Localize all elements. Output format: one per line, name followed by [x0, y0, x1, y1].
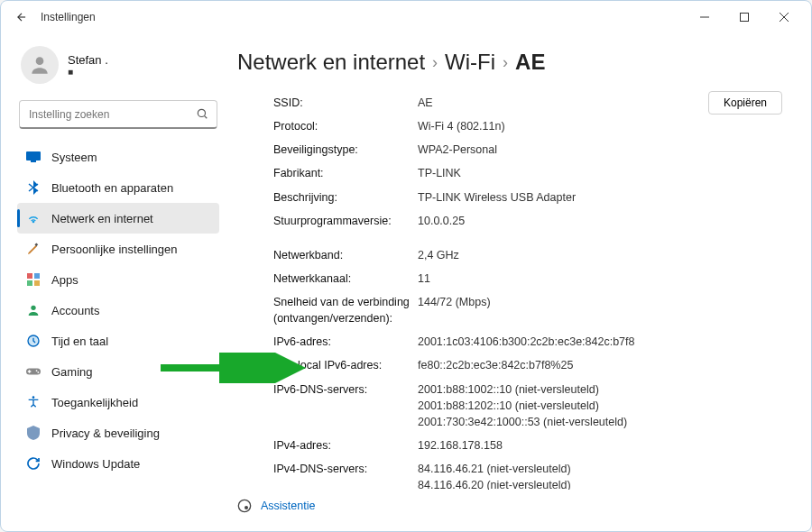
sidebar: Stefan . ■ SysteemBluetooth en apparaten…: [1, 33, 228, 531]
detail-value: AE: [418, 95, 433, 111]
sidebar-item-label: Apps: [51, 273, 78, 287]
detail-label: Netwerkband:: [273, 247, 418, 263]
detail-label: Beschrijving:: [273, 189, 418, 206]
detail-label: Netwerkkanaal:: [273, 271, 418, 287]
sidebar-item-windows-update[interactable]: Windows Update: [17, 448, 219, 479]
maximize-icon: [740, 13, 749, 22]
sidebar-item-label: Accounts: [51, 304, 99, 317]
detail-label: Protocol:: [273, 118, 418, 134]
crumb-network[interactable]: Netwerk en internet: [237, 50, 425, 75]
back-button[interactable]: [8, 4, 35, 31]
body: Stefan . ■ SysteemBluetooth en apparaten…: [1, 33, 811, 531]
time-icon: [26, 334, 41, 348]
svg-point-14: [31, 306, 35, 310]
sidebar-item-privacy-beveiliging[interactable]: Privacy & beveiliging: [17, 417, 219, 448]
svg-rect-13: [34, 280, 40, 286]
detail-label: Link-local IPv6-adres:: [273, 357, 418, 373]
search-icon: [196, 107, 208, 124]
window-controls: [685, 4, 804, 31]
minimize-button[interactable]: [685, 4, 724, 31]
sidebar-item-label: Toegankelijkheid: [51, 396, 138, 409]
svg-rect-10: [27, 273, 32, 279]
sidebar-item-bluetooth-en-apparaten[interactable]: Bluetooth en apparaten: [17, 172, 219, 203]
detail-value: 84.116.46.21 (niet-versleuteld)84.116.46…: [418, 461, 571, 490]
bluetooth-icon: [26, 180, 41, 195]
window-title: Instellingen: [41, 11, 96, 23]
sidebar-item-persoonlijke-instellingen[interactable]: Persoonlijke instellingen: [17, 234, 219, 264]
detail-label: Beveiligingstype:: [273, 142, 418, 158]
svg-point-18: [37, 371, 39, 373]
copy-button[interactable]: Kopiëren: [708, 91, 782, 115]
titlebar: Instellingen: [1, 1, 811, 33]
detail-row: IPv4-adres:192.168.178.158: [273, 434, 759, 457]
detail-label: IPv6-DNS-servers:: [273, 381, 418, 430]
main-content: Netwerk en internet › Wi-Fi › AE Kopiëre…: [228, 33, 811, 531]
profile-block[interactable]: Stefan . ■: [17, 39, 219, 96]
detail-row: SSID:AE: [273, 91, 759, 115]
detail-row: Netwerkband:2,4 GHz: [273, 243, 759, 267]
svg-point-17: [36, 370, 38, 371]
detail-value: WPA2-Personal: [418, 142, 497, 158]
detail-value: TP-LINK: [418, 165, 461, 181]
sidebar-item-accounts[interactable]: Accounts: [17, 295, 219, 326]
detail-label: Fabrikant:: [273, 165, 418, 181]
gaming-icon: [26, 364, 41, 379]
detail-value: 192.168.178.158: [418, 437, 503, 454]
breadcrumb: Netwerk en internet › Wi-Fi › AE: [237, 50, 786, 75]
chevron-right-icon: ›: [503, 53, 508, 72]
sidebar-item-netwerk-en-internet[interactable]: Netwerk en internet: [17, 203, 219, 234]
sidebar-item-systeem[interactable]: Systeem: [17, 142, 219, 172]
detail-value: 2,4 GHz: [418, 247, 459, 263]
sidebar-item-gaming[interactable]: Gaming: [17, 356, 219, 387]
sidebar-item-label: Tijd en taal: [51, 335, 108, 348]
system-icon: [26, 150, 41, 164]
detail-row: IPv6-DNS-servers:2001:b88:1002::10 (niet…: [273, 378, 759, 434]
sidebar-item-label: Systeem: [51, 151, 97, 164]
person-icon: [28, 53, 51, 77]
svg-point-4: [36, 57, 44, 65]
sidebar-item-label: Windows Update: [51, 457, 140, 471]
personalize-icon: [26, 242, 41, 256]
sidebar-item-apps[interactable]: Apps: [17, 264, 219, 295]
apps-icon: [26, 272, 41, 287]
search-input[interactable]: [19, 100, 217, 129]
detail-row: Fabrikant:TP-LINK: [273, 161, 759, 185]
detail-value: 2001:b88:1002::10 (niet-versleuteld)2001…: [418, 381, 627, 430]
svg-rect-8: [31, 161, 36, 162]
close-icon: [780, 13, 789, 22]
svg-point-20: [245, 506, 248, 509]
crumb-wifi[interactable]: Wi-Fi: [445, 50, 495, 75]
assistance-link[interactable]: Assistentie: [237, 490, 786, 522]
crumb-current: AE: [515, 50, 545, 75]
back-arrow-icon: [15, 11, 28, 23]
assistance-icon: [237, 499, 252, 513]
update-icon: [26, 456, 41, 471]
detail-value: fe80::2c2b:ec3e:842c:b7f8%25: [418, 357, 573, 373]
maximize-button[interactable]: [724, 4, 764, 31]
search-wrap: [19, 100, 217, 129]
sidebar-item-label: Gaming: [51, 365, 93, 379]
avatar: [21, 46, 59, 84]
svg-rect-12: [27, 280, 32, 286]
settings-window: Instellingen Stefan . ■: [0, 0, 812, 532]
profile-subtitle: ■: [68, 67, 108, 77]
accessibility-icon: [26, 395, 41, 409]
detail-label: IPv6-adres:: [273, 334, 418, 350]
detail-label: Snelheid van de verbinding (ontvangen/ve…: [273, 294, 418, 326]
details-panel: Kopiëren SSID:AEProtocol:Wi-Fi 4 (802.11…: [237, 87, 786, 490]
svg-line-6: [205, 116, 208, 119]
detail-label: IPv4-adres:: [273, 437, 418, 454]
detail-row: Stuurprogrammaversie:10.0.0.25: [273, 209, 759, 233]
info-block: SSID:AEProtocol:Wi-Fi 4 (802.11n)Beveili…: [237, 87, 786, 490]
detail-row: Beschrijving:TP-LINK Wireless USB Adapte…: [273, 186, 759, 209]
detail-row: Beveiligingstype:WPA2-Personal: [273, 138, 759, 161]
detail-label: SSID:: [273, 95, 418, 111]
detail-value: 10.0.0.25: [418, 213, 465, 229]
svg-point-19: [32, 396, 35, 399]
close-button[interactable]: [764, 4, 804, 31]
detail-label: IPv4-DNS-servers:: [273, 461, 418, 490]
sidebar-item-label: Netwerk en internet: [51, 212, 153, 225]
sidebar-item-tijd-en-taal[interactable]: Tijd en taal: [17, 326, 219, 356]
sidebar-item-toegankelijkheid[interactable]: Toegankelijkheid: [17, 387, 219, 417]
sidebar-item-label: Privacy & beveiliging: [51, 427, 160, 440]
